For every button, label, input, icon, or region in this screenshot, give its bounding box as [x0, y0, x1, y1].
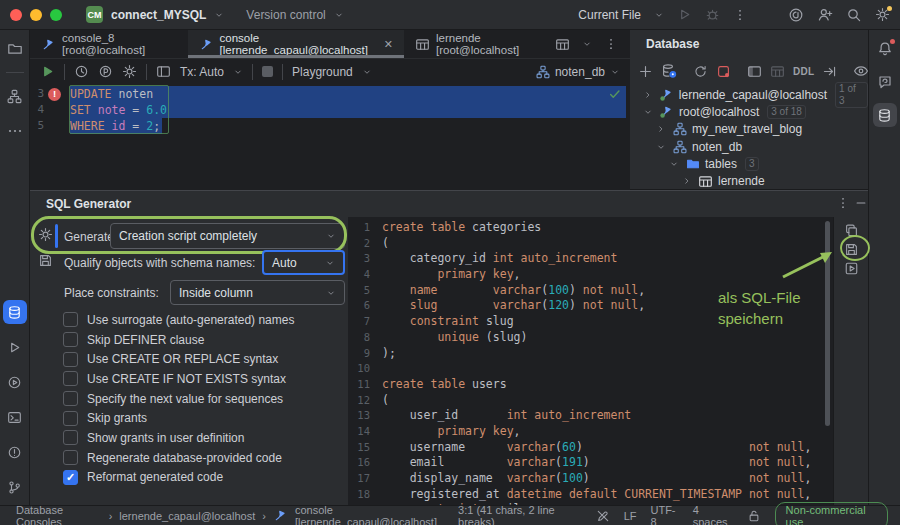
tree-row-root-localhost[interactable]: root@localhost3 of 18	[630, 103, 868, 120]
run-button[interactable]	[677, 7, 692, 22]
hidden-tabs-chevron-icon[interactable]	[582, 39, 592, 49]
hide-panel-icon[interactable]	[854, 196, 868, 210]
editor-line[interactable]: 4SET note = 6.0	[30, 102, 630, 118]
version-control-menu[interactable]: Version control	[246, 8, 325, 22]
tx-mode-selector[interactable]: Tx: Auto	[180, 65, 224, 79]
search-everywhere-icon[interactable]	[846, 7, 862, 23]
generate-dropdown[interactable]: Creation script completely	[110, 223, 345, 249]
refresh-button[interactable]	[693, 64, 708, 79]
constraints-dropdown[interactable]: Inside column	[170, 280, 345, 305]
history-icon[interactable]	[74, 64, 89, 79]
tree-row-noten-db[interactable]: noten_db	[630, 138, 868, 155]
chevron-right-icon[interactable]	[655, 124, 667, 134]
indent-setting[interactable]: 4 spaces	[693, 504, 733, 525]
project-tool-icon[interactable]	[3, 37, 27, 61]
copy-script-icon[interactable]	[844, 223, 859, 238]
run-configuration-selector[interactable]: Current File	[578, 8, 641, 22]
in-editor-results-icon[interactable]	[156, 64, 171, 79]
checkbox-box[interactable]	[63, 391, 78, 406]
code-with-me-icon[interactable]	[817, 7, 833, 23]
ddl-button[interactable]: DDL	[793, 66, 814, 77]
editor-line[interactable]: 3!UPDATE noten	[30, 86, 630, 102]
read-only-icon[interactable]	[596, 509, 610, 523]
save-script-icon[interactable]	[38, 253, 53, 268]
checkbox-show-grants-in-user-definition[interactable]: Show grants in user definition	[30, 428, 348, 448]
checkbox-box[interactable]	[63, 352, 78, 367]
schema-selector[interactable]: noten_db	[536, 65, 620, 79]
open-in-console-icon[interactable]	[844, 261, 859, 276]
checkbox-use-surrogate-auto-generated-names[interactable]: Use surrogate (auto-generated) names	[30, 310, 348, 330]
chevron-right-icon[interactable]	[642, 90, 654, 100]
close-tab-icon[interactable]: ✕	[384, 38, 393, 51]
services-tool-icon[interactable]	[3, 370, 27, 394]
line-separator[interactable]: LF	[624, 510, 637, 522]
ai-assistant-tool-icon[interactable]	[873, 70, 897, 94]
execute-button[interactable]	[40, 64, 55, 79]
generator-settings-icon[interactable]	[38, 227, 53, 242]
disconnect-button[interactable]	[716, 64, 731, 79]
tab-options-menu[interactable]	[604, 37, 618, 51]
tree-row-my-new-travel-blog[interactable]: my_new_travel_blog	[630, 121, 868, 138]
qualify-dropdown[interactable]: Auto	[262, 250, 345, 275]
checkbox-use-create-or-replace-syntax[interactable]: Use CREATE OR REPLACE syntax	[30, 349, 348, 369]
playground-selector[interactable]: Playground	[292, 65, 353, 79]
console-settings-icon[interactable]	[122, 64, 137, 79]
jump-to-console-button[interactable]	[822, 64, 837, 79]
add-data-source-button[interactable]	[638, 64, 653, 79]
database-tool-icon-right[interactable]	[873, 103, 897, 127]
save-as-sql-file-icon[interactable]	[844, 242, 859, 257]
more-actions-menu[interactable]	[733, 8, 747, 22]
checkbox-box[interactable]: ✓	[63, 470, 78, 485]
tree-row-tables[interactable]: tables3	[630, 155, 868, 172]
ai-assistant-icon[interactable]	[788, 7, 804, 23]
parameters-icon[interactable]	[98, 64, 113, 79]
checkbox-box[interactable]	[63, 332, 78, 347]
checkbox-box[interactable]	[63, 411, 78, 426]
minimize-window-button[interactable]	[30, 9, 42, 21]
checkbox-box[interactable]	[63, 450, 78, 465]
database-tool-icon[interactable]	[3, 300, 27, 324]
tree-row-lernende[interactable]: lernende	[630, 172, 868, 189]
window-controls[interactable]	[10, 9, 62, 21]
checkbox-box[interactable]	[63, 312, 78, 327]
view-options-icon[interactable]	[853, 63, 869, 79]
checkbox-box[interactable]	[63, 430, 78, 445]
tree-row-lernende-capaul-localhost[interactable]: lernende_capaul@localhost1 of 3	[630, 86, 868, 103]
close-window-button[interactable]	[10, 9, 22, 21]
scrollbar[interactable]	[825, 221, 830, 426]
more-tools-icon[interactable]	[3, 119, 27, 143]
lock-icon[interactable]	[747, 509, 761, 523]
chevron-down-icon[interactable]	[668, 159, 680, 169]
chevron-down-icon[interactable]	[655, 142, 667, 152]
license-badge[interactable]: Non-commercial use	[775, 502, 888, 525]
chevron-right-icon[interactable]	[681, 176, 693, 186]
settings-gear-icon[interactable]	[875, 7, 890, 22]
chevron-down-icon[interactable]	[642, 107, 654, 117]
tab-lernende[interactable]: lernende [root@localhost]	[404, 30, 555, 58]
file-encoding[interactable]: UTF-8	[650, 504, 678, 525]
checkbox-specify-the-next-value-for-sequences[interactable]: Specify the next value for sequences	[30, 389, 348, 409]
toggle-panel-icon[interactable]	[747, 64, 762, 79]
panel-options-menu[interactable]	[836, 196, 850, 210]
project-name-menu[interactable]: connect_MYSQL	[111, 8, 206, 22]
breadcrumb-item[interactable]: console [lernende_capaul@localhost]	[295, 504, 458, 525]
checkbox-skip-definer-clause[interactable]: Skip DEFINER clause	[30, 330, 348, 350]
terminal-tool-icon[interactable]	[3, 405, 27, 429]
inspections-ok-icon[interactable]	[608, 87, 622, 101]
checkbox-reformat-generated-code[interactable]: ✓Reformat generated code	[30, 468, 348, 488]
breadcrumb-item[interactable]: lernende_capaul@localhost	[119, 510, 255, 522]
maximize-window-button[interactable]	[50, 9, 62, 21]
notifications-bell-icon[interactable]	[873, 37, 897, 61]
generated-sql-pane[interactable]: 1create table categories2(3 category_id …	[348, 217, 833, 506]
structure-tool-icon[interactable]	[3, 84, 27, 108]
tab-console-8[interactable]: console_8 [root@localhost]	[30, 30, 188, 58]
sql-editor[interactable]: 3!UPDATE noten4SET note = 6.05WHERE id =…	[30, 84, 630, 190]
table-view-icon[interactable]	[555, 37, 570, 52]
breadcrumb-item[interactable]: Database Consoles	[16, 504, 102, 525]
checkbox-skip-grants[interactable]: Skip grants	[30, 408, 348, 428]
data-source-properties-button[interactable]	[661, 63, 677, 79]
tab-console-lernende-capaul[interactable]: console [lernende_capaul@localhost] ✕	[188, 30, 405, 58]
checkbox-box[interactable]	[63, 371, 78, 386]
problems-tool-icon[interactable]	[3, 440, 27, 464]
table-data-icon[interactable]	[770, 64, 785, 79]
